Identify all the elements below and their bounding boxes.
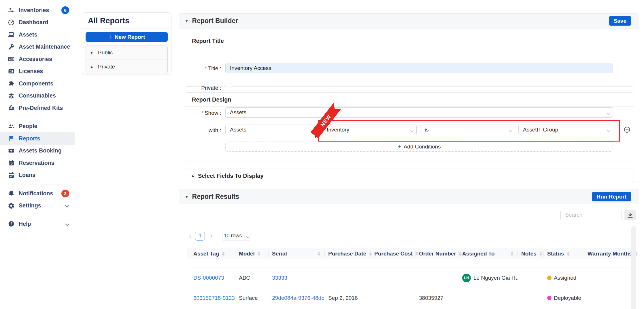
serial-link[interactable]: 33333 (272, 275, 287, 281)
report-group-public[interactable]: ▸ Public (86, 45, 167, 60)
sidebar-item-notifications[interactable]: Notifications 2 (0, 187, 75, 200)
column-header-status[interactable]: Status (543, 248, 584, 259)
private-checkbox[interactable] (226, 83, 231, 88)
column-header-purchase-date[interactable]: Purchase Date (324, 248, 371, 259)
column-header-asset-tag[interactable]: Asset Tag (187, 248, 235, 259)
notes-cell (518, 268, 543, 288)
sidebar-item-reservations[interactable]: Reservations (0, 157, 75, 169)
condition-field-select[interactable]: Inventory (322, 125, 417, 135)
asset-tag-link[interactable]: DS-0000073 (193, 275, 224, 281)
sidebar-item-consumables[interactable]: Consumables (0, 90, 75, 102)
sidebar-item-label: Notifications (19, 190, 53, 197)
ticket-icon (8, 147, 15, 154)
with-select[interactable]: Assets (225, 125, 317, 135)
pagination-next-button[interactable]: › (207, 230, 216, 241)
column-header-serial[interactable]: Serial (268, 248, 324, 259)
report-groups: ▸ Public ▸ Private (86, 45, 168, 74)
column-header-order-number[interactable]: Order Number (415, 248, 458, 259)
assigned-to-cell (458, 288, 518, 308)
sidebar-item-label: Inventories (19, 7, 49, 14)
model-cell: ABC (235, 268, 268, 288)
sidebar-item-components[interactable]: Components (0, 77, 75, 90)
column-header-notes[interactable]: Notes (518, 248, 543, 259)
new-report-button[interactable]: + New Report (86, 32, 168, 42)
sidebar-item-label: Asset Maintenance (19, 43, 70, 50)
column-header-warranty-months[interactable]: Warranty Months (584, 248, 630, 259)
sidebar-item-settings[interactable]: Settings (0, 200, 75, 212)
chevron-down-icon (507, 127, 512, 132)
status-dot (547, 276, 552, 280)
report-results-header[interactable]: ▾ Report Results Run Report (179, 189, 639, 204)
sidebar-item-asset-maintenance[interactable]: Asset Maintenance (0, 41, 75, 53)
sidebar-item-label: Pre-Defined Kits (19, 105, 63, 111)
sidebar-item-assets-booking[interactable]: Assets Booking (0, 145, 75, 157)
gear-icon (8, 202, 15, 209)
remove-condition-icon[interactable] (624, 126, 631, 134)
report-group-private[interactable]: ▸ Private (86, 60, 167, 74)
sidebar-item-help[interactable]: Help (0, 218, 75, 230)
report-group-label: Public (98, 49, 113, 56)
select-fields-section[interactable]: ▸ Select Fields To Display (185, 169, 634, 183)
sidebar-item-label: Assets (19, 31, 37, 38)
status-label: Assigned (554, 275, 576, 281)
sort-icon[interactable] (539, 252, 542, 256)
save-button[interactable]: Save (609, 16, 631, 26)
asset-tag-link[interactable]: 603152718-9123 (193, 295, 235, 301)
sort-icon[interactable] (258, 252, 260, 256)
sidebar-item-label: Reports (19, 135, 40, 142)
column-header-model[interactable]: Model (235, 248, 268, 259)
sort-icon[interactable] (511, 252, 513, 256)
column-header-assigned-to[interactable]: Assigned To (458, 248, 518, 259)
chevron-down-icon (64, 221, 69, 227)
sidebar-item-licenses[interactable]: Licenses (0, 65, 75, 78)
report-builder-header[interactable]: ▾ Report Builder Save (179, 14, 639, 28)
sidebar-item-label: Assets Booking (19, 147, 62, 154)
sidebar-item-loans[interactable]: Loans (0, 169, 75, 182)
chevron-down-icon (64, 203, 69, 208)
sidebar-item-dashboard[interactable]: Dashboard (0, 16, 75, 29)
sort-icon[interactable] (222, 252, 225, 256)
sidebar-item-people[interactable]: People (0, 120, 75, 133)
sidebar-item-label: Settings (19, 202, 41, 209)
puzzle-icon (8, 80, 15, 87)
search-input[interactable] (560, 210, 622, 220)
sidebar-item-assets[interactable]: Assets (0, 28, 75, 41)
run-report-button[interactable]: Run Report (592, 192, 631, 201)
sidebar-item-accessories[interactable]: Accessories (0, 53, 75, 65)
sidebar-item-label: Reservations (19, 160, 54, 166)
sidebar-item-inventories[interactable]: Inventories 6 (0, 4, 75, 16)
notifications-count-badge: 2 (61, 190, 69, 197)
condition-value-select[interactable]: AssetIT Group (518, 125, 613, 135)
collapse-caret-icon[interactable]: ▾ (186, 194, 188, 199)
pagination-page-1[interactable]: 1 (195, 231, 205, 241)
dashboard-gauge-icon (8, 19, 15, 26)
select-fields-label: Select Fields To Display (198, 173, 263, 179)
sidebar-item-pre-defined-kits[interactable]: Pre-Defined Kits (0, 102, 75, 114)
column-header-purchase-cost[interactable]: Purchase Cost (371, 248, 415, 259)
caret-right-icon: ▸ (91, 64, 93, 70)
sort-icon[interactable] (567, 252, 570, 256)
add-conditions-button[interactable]: + Add Conditions (225, 142, 613, 152)
caret-right-icon: ▸ (91, 50, 93, 55)
title-input[interactable] (225, 63, 613, 73)
collapse-caret-icon[interactable]: ▾ (186, 18, 188, 24)
condition-operator-select[interactable]: is (420, 125, 515, 135)
report-title-section: Report Title *Title : Private : (185, 34, 634, 87)
purchase-date-cell: Sep 2, 2016 (324, 288, 371, 308)
caret-right-icon: ▸ (192, 173, 194, 179)
show-select[interactable]: Assets (225, 107, 613, 118)
table-row: DS-0000073 ABC 33333 LH Le Nguyen Gia Hu… (187, 268, 630, 288)
table-scrollbar[interactable] (631, 226, 636, 309)
download-button[interactable] (624, 210, 636, 220)
sidebar-item-label: People (19, 123, 37, 129)
sidebar-divider (7, 215, 68, 215)
new-report-label: New Report (115, 34, 145, 40)
sort-icon[interactable] (318, 252, 320, 256)
inventories-count-badge: 6 (61, 6, 69, 14)
rows-per-page-select[interactable]: 10 rows (222, 231, 250, 241)
serial-link[interactable]: 29de084a-9376-48dc-... (272, 295, 324, 301)
table-body: DS-0000073 ABC 33333 LH Le Nguyen Gia Hu… (187, 268, 630, 308)
pagination-prev-button[interactable]: ‹ (186, 230, 194, 241)
warranty-months-cell (584, 268, 630, 288)
sidebar-item-reports[interactable]: Reports (0, 132, 75, 145)
